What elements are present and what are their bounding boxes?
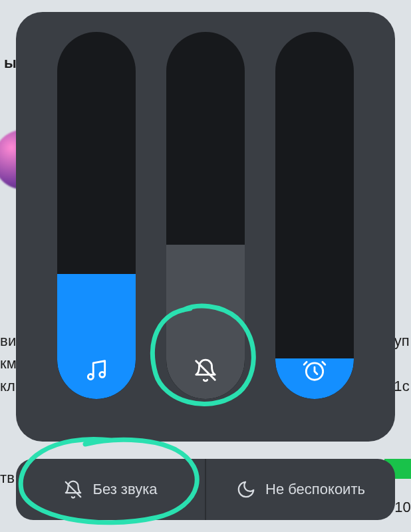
svg-point-0 bbox=[88, 374, 93, 380]
dnd-label: Не беспокоить bbox=[265, 481, 365, 498]
mute-label: Без звука bbox=[92, 481, 157, 498]
svg-point-1 bbox=[100, 372, 105, 377]
bg-text: ы bbox=[4, 55, 17, 72]
bg-text: тв bbox=[0, 469, 15, 487]
bg-text: ви bbox=[0, 332, 16, 350]
bg-text: кл bbox=[0, 378, 15, 395]
bell-off-icon bbox=[63, 479, 83, 499]
music-icon bbox=[84, 358, 109, 383]
slider-notification[interactable] bbox=[166, 32, 245, 399]
bg-text: км bbox=[0, 355, 17, 372]
bg-text: уп bbox=[394, 332, 410, 350]
slider-group bbox=[16, 32, 395, 399]
moon-icon bbox=[236, 479, 256, 499]
bell-off-icon bbox=[193, 358, 218, 383]
mode-bar: Без звука Не беспокоить bbox=[16, 459, 395, 520]
slider-alarm[interactable] bbox=[275, 32, 354, 399]
alarm-icon bbox=[302, 358, 327, 383]
mute-button[interactable]: Без звука bbox=[16, 459, 205, 520]
volume-panel bbox=[16, 12, 395, 442]
slider-media[interactable] bbox=[57, 32, 136, 399]
dnd-button[interactable]: Не беспокоить bbox=[206, 459, 395, 520]
bg-text: 10 bbox=[394, 499, 411, 516]
bg-text: 1с bbox=[394, 378, 410, 395]
